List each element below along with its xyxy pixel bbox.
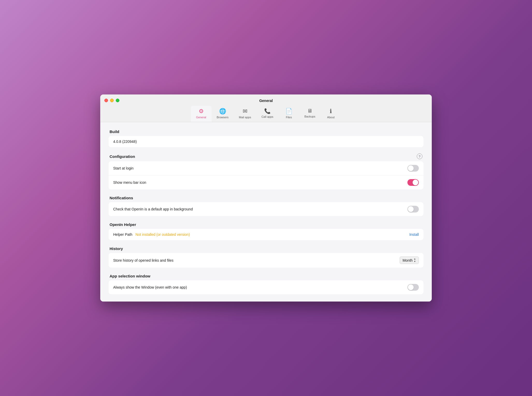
- configuration-section-header: Configuration ?: [109, 153, 423, 159]
- install-button[interactable]: Install: [409, 232, 419, 237]
- globe-icon: 🌐: [219, 108, 226, 115]
- history-title: History: [110, 246, 123, 251]
- build-section-header: Build: [109, 129, 423, 134]
- title-bar: General ⚙ General 🌐 Browsers ✉ Mail apps…: [100, 94, 432, 122]
- history-section: History Store history of opened links an…: [109, 246, 423, 268]
- tab-about[interactable]: ℹ About: [320, 106, 341, 122]
- always-show-window-slider: [407, 284, 419, 291]
- tab-general-label: General: [196, 116, 206, 119]
- show-menu-bar-toggle[interactable]: [407, 179, 419, 186]
- openin-helper-card: Helper Path Not installed (or outdated v…: [109, 229, 423, 240]
- show-menu-bar-row: Show menu bar icon: [109, 175, 423, 189]
- notifications-section-header: Notifications: [109, 196, 423, 200]
- app-selection-title: App selection window: [110, 274, 150, 278]
- tab-backups[interactable]: 🖥 Backups: [299, 106, 320, 122]
- tab-call-apps-label: Call apps: [261, 115, 273, 118]
- notifications-title: Notifications: [110, 196, 133, 200]
- maximize-button[interactable]: [116, 99, 119, 102]
- check-default-app-label: Check that OpenIn is a default app in ba…: [113, 207, 193, 211]
- tab-general[interactable]: ⚙ General: [191, 106, 212, 122]
- start-at-login-label: Start at login: [113, 166, 134, 170]
- stepper-down-arrow: ▼: [414, 260, 416, 263]
- toolbar: ⚙ General 🌐 Browsers ✉ Mail apps 📞 Call …: [191, 106, 341, 122]
- tab-browsers-label: Browsers: [217, 116, 229, 119]
- start-at-login-row: Start at login: [109, 161, 423, 175]
- info-icon: ℹ: [330, 108, 332, 115]
- phone-icon: 📞: [264, 108, 271, 114]
- build-card: 4.0.8 (220948): [109, 136, 423, 147]
- store-history-label: Store history of opened links and files: [113, 258, 174, 262]
- gear-icon: ⚙: [199, 108, 204, 115]
- build-title: Build: [110, 129, 119, 134]
- history-card: Store history of opened links and files …: [109, 253, 423, 268]
- tab-backups-label: Backups: [304, 115, 315, 118]
- build-section: Build 4.0.8 (220948): [109, 129, 423, 147]
- history-stepper-value: Month: [402, 258, 413, 262]
- minimize-button[interactable]: [110, 99, 114, 102]
- tab-call-apps[interactable]: 📞 Call apps: [256, 106, 278, 122]
- file-icon: 📄: [285, 108, 292, 115]
- history-section-header: History: [109, 246, 423, 251]
- helper-path-content: Helper Path Not installed (or outdated v…: [113, 232, 409, 237]
- configuration-section: Configuration ? Start at login Show menu…: [109, 153, 423, 189]
- configuration-card: Start at login Show menu bar icon: [109, 161, 423, 189]
- history-stepper[interactable]: Month ▲ ▼: [400, 256, 419, 264]
- helper-not-installed-text: Not installed (or outdated version): [135, 232, 190, 237]
- tab-mail-apps-label: Mail apps: [239, 116, 251, 119]
- app-selection-section-header: App selection window: [109, 274, 423, 278]
- configuration-help-button[interactable]: ?: [417, 153, 422, 159]
- tab-files-label: Files: [286, 116, 292, 119]
- app-selection-section: App selection window Always show the Win…: [109, 274, 423, 294]
- notifications-section: Notifications Check that OpenIn is a def…: [109, 196, 423, 216]
- store-history-row: Store history of opened links and files …: [109, 253, 423, 268]
- configuration-title: Configuration: [110, 154, 135, 159]
- openin-helper-title: OpenIn Helper: [110, 222, 136, 227]
- build-value-row: 4.0.8 (220948): [109, 136, 423, 147]
- tab-mail-apps[interactable]: ✉ Mail apps: [234, 106, 256, 122]
- tab-files[interactable]: 📄 Files: [278, 106, 299, 122]
- main-window: General ⚙ General 🌐 Browsers ✉ Mail apps…: [100, 94, 432, 302]
- stepper-arrows: ▲ ▼: [414, 258, 416, 263]
- always-show-window-label: Always show the Window (even with one ap…: [113, 285, 187, 289]
- show-menu-bar-slider: [407, 179, 419, 186]
- check-default-app-slider: [407, 206, 419, 212]
- content-area: Build 4.0.8 (220948) Configuration ? Sta…: [100, 122, 432, 302]
- traffic-lights: [104, 99, 119, 102]
- close-button[interactable]: [104, 99, 108, 102]
- show-menu-bar-label: Show menu bar icon: [113, 180, 146, 185]
- app-selection-card: Always show the Window (even with one ap…: [109, 280, 423, 294]
- always-show-window-toggle[interactable]: [407, 284, 419, 291]
- openin-helper-section-header: OpenIn Helper: [109, 222, 423, 227]
- check-default-app-toggle[interactable]: [407, 206, 419, 212]
- mail-icon: ✉: [243, 108, 247, 115]
- build-value: 4.0.8 (220948): [113, 140, 137, 144]
- openin-helper-section: OpenIn Helper Helper Path Not installed …: [109, 222, 423, 240]
- notifications-card: Check that OpenIn is a default app in ba…: [109, 202, 423, 216]
- helper-path-label: Helper Path: [113, 232, 132, 237]
- always-show-window-row: Always show the Window (even with one ap…: [109, 280, 423, 294]
- backup-icon: 🖥: [307, 108, 312, 114]
- stepper-up-arrow: ▲: [414, 258, 416, 260]
- helper-path-row: Helper Path Not installed (or outdated v…: [109, 229, 423, 240]
- window-title: General: [259, 99, 273, 103]
- check-default-app-row: Check that OpenIn is a default app in ba…: [109, 202, 423, 216]
- start-at-login-toggle[interactable]: [407, 165, 419, 172]
- tab-browsers[interactable]: 🌐 Browsers: [212, 106, 234, 122]
- start-at-login-slider: [407, 165, 419, 172]
- tab-about-label: About: [327, 116, 335, 119]
